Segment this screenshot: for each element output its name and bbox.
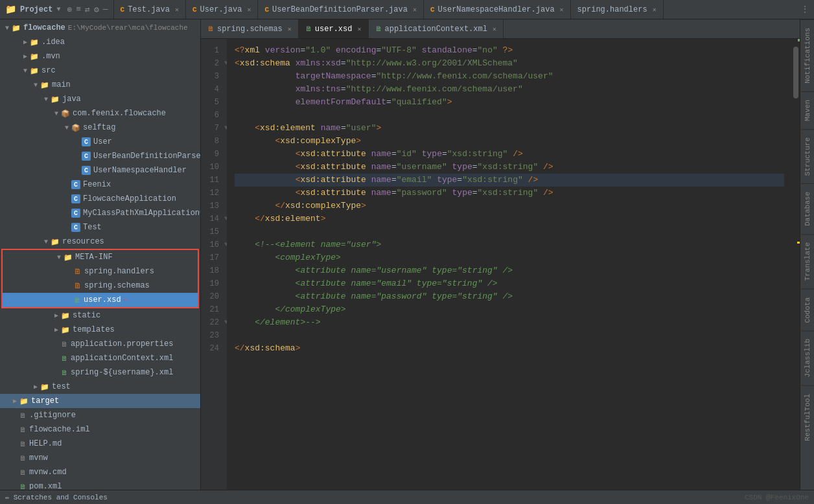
tree-item-src[interactable]: ▼ 📁 src [0,63,200,78]
close-icon[interactable]: ✕ [288,25,292,33]
tree-item-usernshandler[interactable]: C UserNamespaceHandler [0,163,200,178]
restful-panel[interactable]: RestfulTool [801,385,814,449]
expand-arrow[interactable]: ▶ [10,397,19,405]
tree-item-spring-user-xml[interactable]: 🗎 spring-${username}.xml [0,365,200,380]
tab-label: user.xsd [315,25,353,34]
structure-icon[interactable]: ≡ [76,5,81,14]
tree-item-flowcache[interactable]: ▼ 📁 flowcache E:\MyCode\rear\mca\flowcac… [0,21,200,35]
expand-arrow[interactable]: ▶ [21,38,30,46]
tree-item-feenix[interactable]: C Feenix [0,178,200,192]
expand-arrow[interactable]: ▼ [3,25,12,32]
close-icon[interactable]: ✕ [653,6,657,14]
tab-test-java[interactable]: C Test.java ✕ [114,0,186,19]
close-icon[interactable]: ✕ [493,25,496,33]
tree-item-static[interactable]: ▶ 📁 static [0,308,200,323]
scroll-thumb[interactable] [793,47,798,98]
tree-item-userbeandef[interactable]: C UserBeanDefinitionParser [0,149,200,163]
tree-item-appcontext-xml[interactable]: 🗎 applicationContext.xml [0,351,200,365]
expand-arrow[interactable]: ▼ [54,254,64,261]
code-editor: 🗎 spring.schemas ✕ 🗎 user.xsd ✕ 🗎 applic… [201,19,800,490]
project-dropdown-icon[interactable]: ▼ [56,6,60,13]
arrow-indicator: ← [124,295,128,304]
tree-item-main[interactable]: ▼ 📁 main [0,78,200,92]
tree-item-helpmd[interactable]: 🗎 HELP.md [0,437,200,451]
code-content[interactable]: <?xml version="1.0" encoding="UTF-8" sta… [227,39,792,490]
tree-item-gitignore[interactable]: 🗎 .gitignore [0,408,200,422]
tree-item-spring-handlers[interactable]: 🗎 spring.handlers [3,264,198,279]
tab-usernshandler-java[interactable]: C UserNamespaceHandler.java ✕ [424,0,571,19]
add-icon[interactable]: ⊕ [67,5,72,15]
tab-spring-schemas[interactable]: 🗎 spring.schemas ✕ [201,19,299,38]
code-line-14: </xsd:element> [235,212,784,225]
expand-arrow[interactable]: ▶ [31,383,40,391]
editor-scrollbar[interactable] [792,39,800,490]
top-tab-bar: 📁 Project ▼ ⊕ ≡ ⇄ ⚙ — C Test.java ✕ C Us… [0,0,814,19]
tab-spring-handlers[interactable]: spring.handlers ✕ [571,0,664,19]
tab-userbeandef-java[interactable]: C UserBeanDefinitionParser.java ✕ [258,0,423,19]
app-icon: C [71,194,80,203]
tab-user-java[interactable]: C User.java ✕ [186,0,258,19]
editor-tab-bar: 🗎 spring.schemas ✕ 🗎 user.xsd ✕ 🗎 applic… [201,19,800,39]
tree-item-myclasspathxml[interactable]: C MyClassPathXmlApplicationCo [0,206,200,220]
line-num-14: 14▼ [201,212,223,225]
tab-label: applicationContext.xml [385,25,487,34]
xml-icon: 🗎 [19,483,27,490]
jclasslib-panel[interactable]: Jclasslib [801,330,814,385]
structure-panel[interactable]: Structure [801,129,814,183]
tree-item-flowcacheapp[interactable]: C FlowcacheApplication [0,192,200,206]
tree-item-java[interactable]: ▼ 📁 java [0,92,200,106]
close-icon[interactable]: ✕ [413,6,417,14]
close-icon[interactable]: ✕ [357,25,361,33]
expand-arrow[interactable]: ▼ [41,96,51,103]
maven-panel[interactable]: Maven [801,91,814,129]
notifications-panel[interactable]: Notifications [801,19,814,91]
tree-item-test-class[interactable]: C Test [0,220,200,235]
close-icon[interactable]: ✕ [175,6,179,14]
expand-arrow[interactable]: ▶ [52,312,61,319]
tree-item-meta-inf[interactable]: ▼ 📁 META-INF [3,250,198,264]
tab-appcontext-xml[interactable]: 🗎 applicationContext.xml ✕ [369,19,504,38]
tree-item-pomxml[interactable]: 🗎 pom.xml [0,479,200,490]
tree-item-idea[interactable]: ▶ 📁 .idea [0,35,200,49]
class-icon: C [82,137,91,146]
tree-item-resources[interactable]: ▼ 📁 resources [0,235,200,249]
close-icon[interactable]: ✕ [247,6,251,14]
line-num-18: 18 [201,264,223,277]
tree-item-mvn[interactable]: ▶ 📁 .mvn [0,49,200,63]
tree-item-app-props[interactable]: 🗎 application.properties [0,337,200,351]
tree-item-user-xsd[interactable]: 🗎 user.xsd ← [3,293,198,307]
close-icon[interactable]: ✕ [560,6,564,14]
more-tabs-icon[interactable]: ⋮ [796,0,814,19]
minimize-icon[interactable]: — [103,5,108,14]
expand-arrow[interactable]: ▼ [31,82,40,89]
expand-arrow[interactable]: ▶ [21,52,30,60]
tree-item-test[interactable]: ▶ 📁 test [0,380,200,394]
class-icon: C [82,166,91,175]
expand-arrow[interactable]: ▼ [41,238,51,246]
expand-arrow[interactable]: ▶ [52,326,61,334]
database-panel[interactable]: Database [801,183,814,234]
code-line-22: </element>--> [235,316,784,329]
tree-item-spring-schemas[interactable]: 🗎 spring.schemas [3,279,198,293]
tab-user-xsd[interactable]: 🗎 user.xsd ✕ [299,19,369,38]
tree-item-target[interactable]: ▶ 📁 target [0,394,200,408]
scratch-link[interactable]: ✏ Scratches and Consoles [5,493,108,501]
settings-icon[interactable]: ⚙ [94,5,99,15]
translate-panel[interactable]: Translate [801,234,814,288]
expand-arrow[interactable]: ▼ [62,124,71,132]
tree-item-templates[interactable]: ▶ 📁 templates [0,323,200,337]
tree-item-iml[interactable]: 🗎 flowcache.iml [0,422,200,437]
tree-item-User[interactable]: C User [0,135,200,149]
expand-arrow[interactable]: ▼ [52,110,61,117]
sync-icon[interactable]: ⇄ [85,5,90,15]
tree-item-mvnw[interactable]: 🗎 mvnw [0,451,200,465]
codota-panel[interactable]: Codota [801,289,814,331]
expand-arrow[interactable]: ▼ [21,67,30,74]
tree-item-mvnwcmd[interactable]: 🗎 mvnw.cmd [0,465,200,479]
code-line-1: <?xml version="1.0" encoding="UTF-8" sta… [235,44,784,57]
tree-item-package[interactable]: ▼ 📦 com.feenix.flowcache [0,106,200,120]
line-num-2: 2▼ [201,57,223,70]
line-num-1: 1 [201,44,223,57]
file-icon: 🗎 [19,454,27,463]
tree-item-selftag[interactable]: ▼ 📦 selftag [0,120,200,135]
